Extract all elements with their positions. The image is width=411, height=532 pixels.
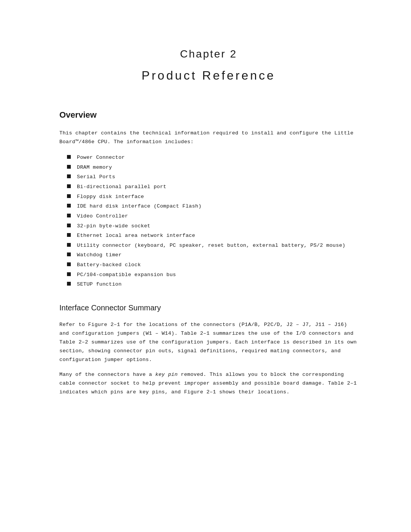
overview-bullet-list: Power Connector DRAM memory Serial Ports… bbox=[67, 153, 358, 289]
list-item: Watchdog timer bbox=[67, 250, 358, 260]
para2-before-italic: Many of the connectors have a bbox=[59, 372, 155, 377]
list-item-text: Serial Ports bbox=[77, 172, 115, 182]
bullet-icon bbox=[67, 224, 71, 227]
bullet-icon bbox=[67, 174, 71, 178]
list-item: 32-pin byte-wide socket bbox=[67, 221, 358, 231]
bullet-icon bbox=[67, 155, 71, 159]
list-item: Video Controller bbox=[67, 211, 358, 221]
list-item-text: Battery-backed clock bbox=[77, 260, 141, 270]
overview-heading: Overview bbox=[59, 108, 358, 121]
chapter-title: Chapter 2 bbox=[59, 46, 358, 63]
list-item-text: PC/104-compatible expansion bus bbox=[77, 270, 176, 280]
overview-intro: This chapter contains the technical info… bbox=[59, 129, 358, 147]
list-item: Battery-backed clock bbox=[67, 260, 358, 270]
list-item-text: Power Connector bbox=[77, 153, 125, 163]
list-item-text: Bi-directional parallel port bbox=[77, 182, 166, 192]
list-item-text: Video Controller bbox=[77, 211, 128, 221]
list-item-text: Floppy disk interface bbox=[77, 192, 144, 202]
bullet-icon bbox=[67, 165, 71, 169]
list-item: Ethernet local area network interface bbox=[67, 231, 358, 241]
bullet-icon bbox=[67, 194, 71, 198]
list-item: Power Connector bbox=[67, 153, 358, 163]
list-item-text: 32-pin byte-wide socket bbox=[77, 221, 150, 231]
interface-connector-para1: Refer to Figure 2–1 for the locations of… bbox=[59, 321, 358, 364]
bullet-icon bbox=[67, 204, 71, 208]
page-title: Product Reference bbox=[59, 66, 358, 85]
list-item-text: IDE hard disk interface (Compact Flash) bbox=[77, 201, 202, 211]
list-item: Serial Ports bbox=[67, 172, 358, 182]
bullet-icon bbox=[67, 184, 71, 188]
interface-connector-para2: Many of the connectors have a key pin re… bbox=[59, 371, 358, 397]
chapter-header: Chapter 2 Product Reference bbox=[59, 46, 358, 85]
bullet-icon bbox=[67, 252, 71, 256]
bullet-icon bbox=[67, 243, 71, 247]
bullet-icon bbox=[67, 262, 71, 266]
bullet-icon bbox=[67, 282, 71, 286]
page-wrapper: Chapter 2 Product Reference Overview Thi… bbox=[59, 46, 358, 532]
list-item: IDE hard disk interface (Compact Flash) bbox=[67, 201, 358, 211]
list-item-text: DRAM memory bbox=[77, 163, 112, 173]
list-item-text: Ethernet local area network interface bbox=[77, 231, 195, 241]
bullet-icon bbox=[67, 214, 71, 217]
para2-italic: key pin bbox=[155, 372, 178, 377]
bullet-icon bbox=[67, 272, 71, 276]
list-item-text: Watchdog timer bbox=[77, 250, 122, 260]
interface-connector-heading: Interface Connector Summary bbox=[59, 302, 358, 314]
list-item: DRAM memory bbox=[67, 163, 358, 173]
list-item: PC/104-compatible expansion bus bbox=[67, 270, 358, 280]
bullet-icon bbox=[67, 233, 71, 237]
list-item: SETUP function bbox=[67, 280, 358, 289]
list-item: Bi-directional parallel port bbox=[67, 182, 358, 192]
list-item: Floppy disk interface bbox=[67, 192, 358, 202]
list-item-text: Utility connector (keyboard, PC speaker,… bbox=[77, 241, 346, 251]
list-item-text: SETUP function bbox=[77, 280, 122, 289]
list-item: Utility connector (keyboard, PC speaker,… bbox=[67, 241, 358, 251]
